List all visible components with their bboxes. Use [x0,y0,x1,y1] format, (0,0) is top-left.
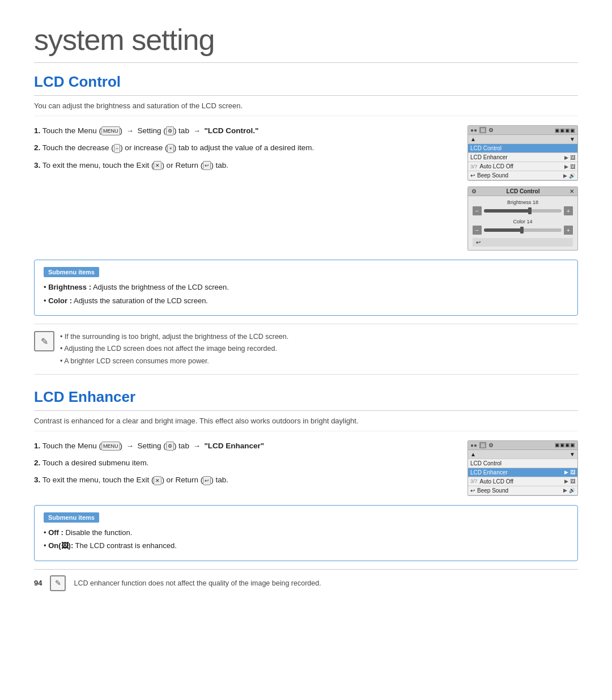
setting-icon-2: ⚙ [166,442,174,451]
gear-icon: ⚙ [488,127,494,133]
menu-icon: MENU [101,126,120,135]
lcd-enhancer-submenu-box: Submenu items • Off : Disable the functi… [34,505,578,561]
row-icon-beep: ▶ 🔊 [563,173,575,179]
row-icon-auto-lcd: ▶ 🖼 [564,164,575,169]
color-slider-row: Color 14 − + [473,219,573,235]
color-track [484,228,562,232]
color-label: Color 14 [473,219,573,224]
lcd-control-section: LCD Control You can adjust the brightnes… [34,73,578,375]
up-arrow: ▲ [470,136,476,142]
lcd-enhancer-submenu-title: Submenu items [44,512,99,523]
page-indicator: 3/7 [470,164,478,169]
lcd-enhancer-submenu-item-off: • Off : Disable the function. [44,527,568,538]
lcd-control-submenu-box: Submenu items • Brightness : Adjusts the… [34,260,578,316]
note-content: • If the surrounding is too bright, adju… [60,331,288,367]
color-increase-btn[interactable]: + [564,226,573,235]
lcd-control-menu-mockup: ●● ⊞ ⚙ ▣▣▣▣ ▲ ▼ LCD Control LCD Enhancer [468,125,578,181]
grid-icon: ⊞ [479,127,486,133]
color-fill [484,228,523,232]
page-indicator-2: 3/7 [470,478,478,484]
mini-ui-nav: ▲ ▼ [468,135,577,144]
mini-ui-nav-2: ▲ ▼ [468,450,577,459]
row-icon-auto-lcd-2: ▶ 🖼 [564,478,575,484]
lcd-enhancer-submenu-item-on: • On(🖼): The LCD contrast is enhanced. [44,540,568,551]
lcd-enhancer-step-3: 3. To exit the menu, touch the Exit (✕) … [34,474,453,486]
mini-ui-header-2: ●● ⊞ ⚙ ▣▣▣▣ [468,441,577,450]
lcd-enhancer-menu-mockup: ●● ⊞ ⚙ ▣▣▣▣ ▲ ▼ LCD Control LCD Enhancer [468,440,578,496]
brightness-fill [484,209,530,213]
lcd-control-step-3: 3. To exit the menu, touch the Exit (✕) … [34,160,453,171]
on-icon: 🖼 [61,541,69,550]
battery-icon-2: ▣▣▣▣ [555,442,575,448]
gear-icon-2: ⚙ [488,442,494,448]
brightness-thumb [528,207,532,214]
lcd-enhancer-step-2: 2. Touch a desired submenu item. [34,457,453,469]
color-decrease-btn[interactable]: − [473,226,482,235]
decrease-icon: − [114,144,120,153]
lcd-control-submenu-item-color: • Color : Adjusts the saturation of the … [44,295,568,307]
dialog-close-icon: ✕ [570,188,574,194]
lcd-control-desc: You can adjust the brightness and satura… [34,101,578,116]
dialog-title: LCD Control [507,188,540,194]
brightness-decrease-btn[interactable]: − [473,206,482,215]
increase-icon: + [167,144,173,153]
footer-note-text: LCD enhancer function does not affect th… [74,579,321,587]
lcd-control-screenshots: ●● ⊞ ⚙ ▣▣▣▣ ▲ ▼ LCD Control LCD Enhancer [465,125,578,251]
mini-ui-header: ●● ⊞ ⚙ ▣▣▣▣ [468,126,577,135]
battery-icon: ▣▣▣▣ [555,128,575,133]
note-icon: ✎ [34,331,54,351]
lcd-control-title: LCD Control [34,73,578,96]
brightness-slider-row: Brightness 18 − + [473,200,573,215]
down-arrow: ▼ [570,136,575,142]
oo-icon-2: ●● [470,442,477,448]
down-arrow-2: ▼ [570,451,575,457]
lcd-control-step-2: 2. Touch the decrease (−) or increase (+… [34,142,453,154]
menu-icon-2: MENU [101,442,120,451]
row-icon-enhancer: ▶ 🖼 [564,155,575,160]
brightness-label: Brightness 18 [473,200,573,205]
dialog-header: ⚙ LCD Control ✕ [468,187,577,196]
row-icon-beep-2: ▶ 🔊 [563,487,575,493]
lcd-enhancer-step-1: 1. Touch the Menu (MENU) → Setting (⚙) t… [34,440,453,452]
lcd-enhancer-screenshots: ●● ⊞ ⚙ ▣▣▣▣ ▲ ▼ LCD Control LCD Enhancer [465,440,578,496]
menu-row-auto-lcd: 3/7 Auto LCD Off ▶ 🖼 [468,162,577,171]
back-icon-2: ↩ [470,487,475,494]
menu-row-lcd-control-2: LCD Control [468,459,577,468]
oo-icon: ●● [470,127,477,133]
brightness-track [484,209,562,213]
dialog-back-row: ↩ [473,238,573,247]
exit-icon-2: ✕ [154,476,162,485]
dialog-gear-icon: ⚙ [471,188,477,194]
lcd-enhancer-title: LCD Enhancer [34,388,578,411]
lcd-control-dialog-mockup: ⚙ LCD Control ✕ Brightness 18 − [468,186,578,251]
lcd-enhancer-desc: Contrast is enhanced for a clear and bri… [34,417,578,431]
brightness-increase-btn[interactable]: + [564,206,573,215]
page-number: 94 [34,579,42,587]
lcd-control-step-1: 1. Touch the Menu (MENU) → Setting (⚙) t… [34,125,453,137]
row-icon-enhancer-2: ▶ 🖼 [564,469,575,475]
lcd-enhancer-steps: 1. Touch the Menu (MENU) → Setting (⚙) t… [34,440,453,496]
footer-note-icon: ✎ [50,575,66,591]
back-icon: ↩ [470,172,475,179]
menu-row-beep-sound-2: ↩ Beep Sound ▶ 🔊 [468,486,577,495]
grid-icon-2: ⊞ [479,442,486,448]
lcd-control-submenu-title: Submenu items [44,267,99,277]
dialog-back-icon: ↩ [476,239,481,245]
lcd-control-submenu-item-brightness: • Brightness : Adjusts the brightness of… [44,282,568,293]
menu-row-lcd-enhancer: LCD Enhancer ▶ 🖼 [468,153,577,162]
lcd-control-steps: 1. Touch the Menu (MENU) → Setting (⚙) t… [34,125,453,251]
up-arrow-2: ▲ [470,451,476,457]
page-title: system setting [34,23,578,63]
menu-row-beep-sound: ↩ Beep Sound ▶ 🔊 [468,171,577,180]
menu-row-lcd-control: LCD Control [468,144,577,153]
footer: 94 ✎ LCD enhancer function does not affe… [34,569,578,591]
dialog-body: Brightness 18 − + Color 14 [468,196,577,250]
exit-icon: ✕ [154,161,162,170]
return-icon-2: ↩ [203,476,211,485]
lcd-enhancer-section: LCD Enhancer Contrast is enhanced for a … [34,388,578,561]
color-thumb [520,227,524,234]
menu-row-lcd-enhancer-2: LCD Enhancer ▶ 🖼 [468,468,577,477]
setting-icon: ⚙ [166,126,174,135]
menu-row-auto-lcd-2: 3/7 Auto LCD Off ▶ 🖼 [468,477,577,486]
lcd-control-notes: ✎ • If the surrounding is too bright, ad… [34,324,578,375]
